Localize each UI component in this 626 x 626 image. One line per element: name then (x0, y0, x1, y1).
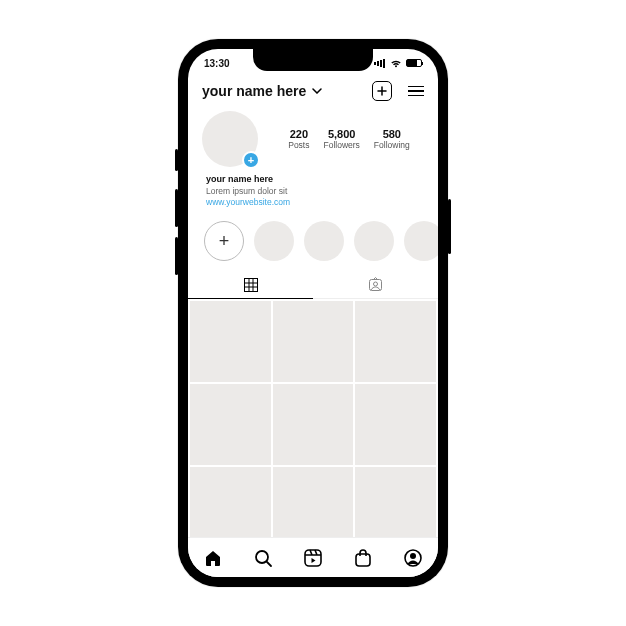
highlight-new[interactable]: + (204, 221, 244, 261)
highlight-item[interactable] (304, 221, 344, 261)
post-thumbnail[interactable] (190, 384, 271, 465)
highlight-item[interactable] (254, 221, 294, 261)
highlight-item[interactable] (404, 221, 438, 261)
post-thumbnail[interactable] (355, 301, 436, 382)
menu-button[interactable] (408, 86, 424, 97)
svg-point-3 (256, 551, 268, 563)
side-button-vol-down (175, 237, 178, 275)
highlights-row: + (188, 217, 438, 271)
username-dropdown[interactable]: your name here (202, 83, 306, 99)
status-time: 13:30 (204, 58, 230, 69)
nav-shop[interactable] (352, 547, 374, 569)
wifi-icon (390, 59, 402, 68)
shop-icon (353, 548, 373, 568)
cellular-signal-icon (374, 59, 386, 68)
post-thumbnail[interactable] (355, 467, 436, 537)
post-thumbnail[interactable] (190, 301, 271, 382)
battery-icon (406, 59, 422, 67)
profile-header: your name here (188, 77, 438, 107)
bio-text: Lorem ipsum dolor sit (206, 186, 420, 198)
notch (253, 49, 373, 71)
grid-icon (244, 278, 258, 292)
svg-rect-4 (305, 550, 321, 566)
post-grid (188, 299, 438, 537)
svg-point-7 (410, 553, 416, 559)
svg-rect-5 (356, 554, 370, 566)
profile-icon (403, 548, 423, 568)
stat-posts[interactable]: 220 Posts (288, 128, 309, 150)
side-button-power (448, 199, 451, 254)
chevron-down-icon[interactable] (312, 88, 322, 94)
add-story-badge[interactable]: + (242, 151, 260, 169)
tagged-icon (368, 277, 383, 292)
nav-search[interactable] (252, 547, 274, 569)
post-thumbnail[interactable] (190, 467, 271, 537)
post-thumbnail[interactable] (355, 384, 436, 465)
bio-link[interactable]: www.yourwebsite.com (206, 197, 420, 209)
plus-icon (377, 86, 387, 96)
tab-grid[interactable] (188, 271, 313, 299)
bio-name: your name here (206, 173, 420, 186)
stat-followers[interactable]: 5,800 Followers (323, 128, 359, 150)
bottom-nav (188, 537, 438, 577)
tab-tagged[interactable] (313, 271, 438, 298)
phone-frame: 13:30 your name here (178, 39, 448, 587)
plus-icon: + (248, 155, 254, 166)
content-tabs (188, 271, 438, 299)
reels-icon (303, 548, 323, 568)
nav-home[interactable] (202, 547, 224, 569)
highlight-item[interactable] (354, 221, 394, 261)
create-button[interactable] (372, 81, 392, 101)
side-button-vol-up (175, 189, 178, 227)
bio: your name here Lorem ipsum dolor sit www… (188, 169, 438, 217)
side-button-silence (175, 149, 178, 171)
avatar[interactable]: + (202, 111, 258, 167)
post-thumbnail[interactable] (273, 467, 354, 537)
home-icon (203, 548, 223, 568)
svg-rect-0 (244, 278, 257, 291)
stat-following[interactable]: 580 Following (374, 128, 410, 150)
post-thumbnail[interactable] (273, 301, 354, 382)
svg-point-2 (374, 282, 378, 286)
post-thumbnail[interactable] (273, 384, 354, 465)
screen: 13:30 your name here (188, 49, 438, 577)
nav-profile[interactable] (402, 547, 424, 569)
search-icon (253, 548, 273, 568)
profile-summary: + 220 Posts 5,800 Followers 580 Followin… (188, 107, 438, 169)
nav-reels[interactable] (302, 547, 324, 569)
